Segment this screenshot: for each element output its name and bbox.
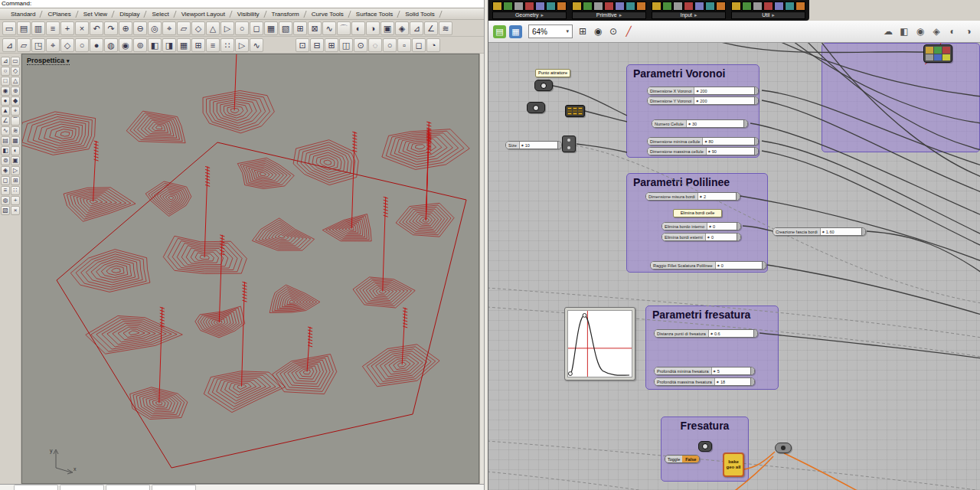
gh-component[interactable] (562, 136, 576, 152)
gh-component-icon[interactable] (492, 2, 502, 11)
rhino-toolbar-icon[interactable]: ◎ (148, 21, 162, 35)
slider-grip[interactable] (754, 148, 758, 155)
gh-component-icon[interactable] (604, 2, 614, 11)
zoom-select[interactable]: 64%▾ (528, 24, 573, 38)
gh-component-icon[interactable] (785, 2, 795, 11)
rhino-toolbar-icon[interactable]: ▤ (17, 21, 31, 35)
gh-component-icon[interactable] (514, 2, 524, 11)
gh-number-slider[interactable]: Size10 (505, 141, 562, 149)
menu-tab[interactable]: CPlanes (41, 10, 77, 18)
slider-grip[interactable] (557, 142, 561, 149)
rhino-toolbar-icon[interactable]: ○ (383, 38, 397, 52)
rhino-toolbar-icon[interactable]: ○ (75, 38, 89, 52)
gh-component-icon[interactable] (731, 2, 741, 11)
gh-tab-geometry[interactable]: Geometry▸ (492, 1, 567, 20)
slider-grip[interactable] (743, 120, 747, 127)
slider-grip[interactable] (750, 368, 754, 374)
gh-number-slider[interactable]: Profondità massima fresatura18 (654, 377, 755, 386)
slider-grip[interactable] (754, 87, 758, 94)
save-file-icon[interactable]: ▦ (509, 25, 522, 38)
gh-menu-icon[interactable]: ◉ (591, 26, 605, 37)
rhino-toolbar-icon[interactable]: ▫ (397, 38, 411, 52)
rhino-toolbar-icon[interactable]: + (60, 21, 74, 35)
gh-component-icon[interactable] (524, 2, 534, 11)
rhino-sidebar-icon[interactable]: + (11, 196, 20, 205)
rhino-sidebar-icon[interactable]: ▭ (11, 57, 20, 66)
rhino-toolbar-icon[interactable]: ⊚ (133, 38, 147, 52)
rhino-toolbar-icon[interactable]: ▷ (220, 21, 234, 35)
slider-grip[interactable] (861, 228, 865, 235)
rhino-toolbar-icon[interactable]: △ (206, 21, 220, 35)
rhino-toolbar-icon[interactable]: ◇ (60, 38, 74, 52)
gh-component-icon[interactable] (557, 2, 567, 11)
rhino-sidebar-icon[interactable]: ● (1, 96, 10, 106)
group-unnamed[interactable] (822, 43, 980, 152)
rhino-sidebar-icon[interactable]: ⊞ (11, 176, 20, 185)
slider-grip[interactable] (753, 330, 757, 337)
rhino-toolbar-icon[interactable]: ▷ (235, 38, 249, 52)
rhino-toolbar-icon[interactable]: ▧ (279, 21, 292, 35)
gh-component-icon[interactable] (583, 2, 593, 11)
gh-component-icon[interactable] (716, 2, 726, 11)
slider-grip[interactable] (736, 193, 740, 200)
gh-component[interactable] (923, 44, 952, 63)
rhino-sidebar-icon[interactable]: ◇ (11, 67, 20, 76)
rhino-toolbar-icon[interactable]: ≋ (439, 21, 452, 35)
gh-tab-util[interactable]: Util▸ (730, 1, 806, 20)
menu-tab[interactable]: Solid Tools (399, 10, 441, 18)
rhino-sidebar-icon[interactable]: ◧ (1, 146, 10, 155)
gh-component-icon[interactable] (535, 2, 545, 11)
gh-graph-mapper[interactable] (564, 307, 635, 381)
gh-number-slider[interactable]: Profondità minima fresatura5 (654, 367, 755, 375)
rhino-sidebar-icon[interactable]: ◐ (11, 146, 20, 155)
rhino-sidebar-icon[interactable]: ⌒ (11, 116, 20, 126)
rhino-toolbar-icon[interactable]: ⊟ (310, 38, 324, 52)
gh-menu-icon[interactable]: ╱ (622, 26, 635, 37)
gh-menu-icon[interactable]: ⊙ (606, 26, 620, 37)
gh-number-slider[interactable]: Creazione fascia bordi1.60 (773, 227, 866, 236)
rhino-toolbar-icon[interactable]: × (75, 21, 89, 35)
rhino-toolbar-icon[interactable]: ≡ (46, 21, 60, 35)
gh-menu-icon[interactable]: ◉ (913, 26, 927, 37)
new-file-icon[interactable]: ▤ (493, 25, 506, 38)
rhino-sidebar-icon[interactable]: ≋ (11, 126, 20, 136)
rhino-toolbar-icon[interactable]: ⊙ (354, 38, 368, 52)
rhino-sidebar-icon[interactable]: ⊚ (1, 156, 10, 165)
gh-component-icon[interactable] (636, 2, 646, 11)
gh-menu-icon[interactable]: ☁ (881, 26, 895, 37)
rhino-toolbar-icon[interactable]: ≡ (206, 38, 220, 52)
rhino-sidebar-icon[interactable]: ∿ (1, 126, 10, 136)
gh-tab-input[interactable]: Input▸ (651, 1, 727, 20)
gh-number-slider[interactable]: Elimina bordo interno0 (662, 222, 741, 230)
menu-tab[interactable]: Transform (266, 10, 305, 18)
rhino-toolbar-icon[interactable]: ∠ (424, 21, 438, 35)
rhino-sidebar-icon[interactable]: ▷ (11, 166, 20, 175)
gh-populate-component[interactable] (565, 105, 585, 117)
menu-tab[interactable]: Curve Tools (305, 10, 350, 18)
gh-number-slider[interactable]: Dimensione misura bordi2 (645, 192, 740, 201)
rhino-toolbar-icon[interactable]: ◔ (426, 38, 440, 52)
slider-grip[interactable] (737, 223, 740, 230)
gh-menu-icon[interactable]: ◈ (929, 26, 943, 37)
gh-boolean-toggle[interactable]: ToggleFalse (665, 455, 700, 463)
rhino-sidebar-icon[interactable]: ◆ (11, 96, 20, 106)
gh-component-icon[interactable] (662, 2, 672, 11)
rhino-sidebar-icon[interactable]: ⊕ (11, 87, 20, 96)
slider-grip[interactable] (750, 378, 754, 385)
rhino-toolbar-icon[interactable]: ◐ (351, 21, 365, 35)
gh-component-icon[interactable] (546, 2, 556, 11)
rhino-toolbar-icon[interactable]: ⊖ (133, 21, 147, 35)
rhino-sidebar-icon[interactable]: ∠ (1, 116, 10, 126)
rhino-toolbar-icon[interactable]: ▱ (177, 21, 191, 35)
gh-component-icon[interactable] (795, 2, 805, 11)
gh-canvas[interactable]: Parametri Voronoi Parametri Polilinee Pa… (488, 43, 980, 490)
gh-component-icon[interactable] (593, 2, 603, 11)
rhino-toolbar-icon[interactable]: ▦ (264, 21, 278, 35)
rhino-toolbar-icon[interactable]: ⊕ (119, 21, 132, 35)
rhino-toolbar-icon[interactable]: ∿ (250, 38, 263, 52)
gh-component-icon[interactable] (626, 2, 635, 11)
gh-component[interactable] (775, 443, 792, 453)
gh-point-component[interactable] (534, 80, 553, 91)
gh-number-slider[interactable]: Distanza punti di fresatura0.6 (654, 329, 758, 338)
rhino-sidebar-icon[interactable]: ◈ (1, 166, 10, 175)
